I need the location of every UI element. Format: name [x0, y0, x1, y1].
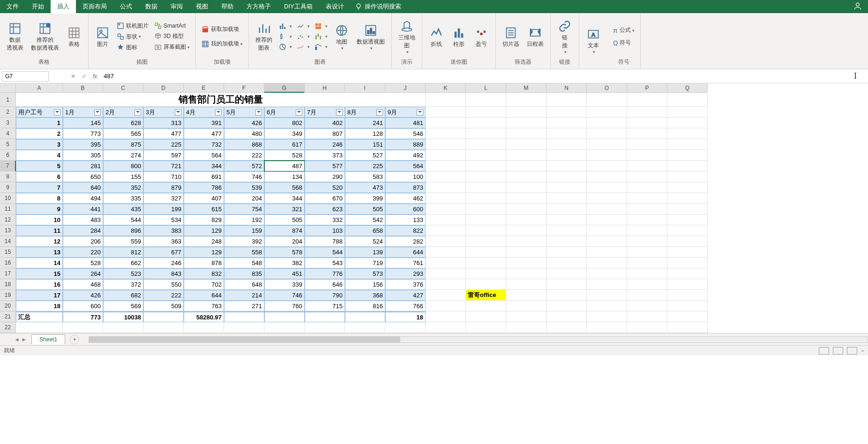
menu-tab-页面布局[interactable]: 页面布局 — [76, 0, 113, 14]
highlight-cell[interactable]: 雷哥office — [466, 290, 506, 301]
table-cell[interactable]: 10 — [16, 215, 63, 225]
empty-cell[interactable] — [546, 236, 587, 247]
table-cell[interactable]: 284 — [63, 225, 103, 236]
account-icon[interactable] — [853, 1, 862, 12]
empty-cell[interactable] — [466, 225, 506, 236]
table-cell[interactable]: 204 — [264, 236, 305, 247]
chart-line-button[interactable] — [295, 22, 312, 31]
empty-cell[interactable] — [587, 225, 627, 236]
empty-cell[interactable] — [546, 193, 587, 204]
view-normal-button[interactable] — [819, 347, 829, 355]
empty-cell[interactable] — [506, 290, 546, 301]
totals-cell[interactable]: 773 — [63, 311, 103, 322]
table-cell[interactable]: 682 — [103, 290, 143, 301]
menu-tab-公式[interactable]: 公式 — [113, 0, 139, 14]
column-header[interactable]: F — [224, 83, 264, 93]
row-header[interactable]: 12 — [0, 215, 16, 225]
pivot-chart-button[interactable]: 数据透视图 — [354, 22, 388, 52]
table-cell[interactable]: 7 — [16, 182, 63, 193]
table-cell[interactable]: 293 — [385, 268, 426, 279]
totals-label-cell[interactable]: 汇总 — [16, 311, 63, 322]
empty-cell[interactable] — [587, 247, 627, 258]
empty-cell[interactable] — [667, 322, 708, 333]
chart-stat-button[interactable] — [277, 32, 294, 41]
table-cell[interactable]: 129 — [184, 225, 224, 236]
empty-cell[interactable] — [103, 322, 143, 333]
table-header-cell[interactable]: 用户工号 — [16, 107, 63, 118]
table-cell[interactable]: 103 — [305, 225, 345, 236]
empty-cell[interactable] — [587, 128, 627, 139]
table-cell[interactable]: 528 — [264, 150, 305, 161]
table-cell[interactable]: 407 — [184, 193, 224, 204]
table-cell[interactable]: 761 — [385, 258, 426, 268]
table-header-cell[interactable]: 3月 — [143, 107, 184, 118]
column-header[interactable]: E — [184, 83, 224, 93]
empty-cell[interactable] — [466, 279, 506, 290]
empty-cell[interactable] — [546, 118, 587, 128]
table-cell[interactable]: 159 — [224, 225, 264, 236]
table-cell[interactable]: 139 — [345, 247, 385, 258]
empty-cell[interactable] — [627, 301, 667, 311]
empty-cell[interactable] — [426, 118, 466, 128]
table-cell[interactable]: 206 — [63, 236, 103, 247]
table-cell[interactable]: 246 — [143, 258, 184, 268]
empty-cell[interactable] — [426, 139, 466, 150]
table-cell[interactable]: 569 — [103, 301, 143, 311]
empty-cell[interactable] — [667, 268, 708, 279]
row-header[interactable]: 16 — [0, 258, 16, 268]
table-cell[interactable]: 145 — [63, 118, 103, 128]
empty-cell[interactable] — [627, 236, 667, 247]
table-cell[interactable]: 473 — [345, 182, 385, 193]
empty-cell[interactable] — [506, 128, 546, 139]
column-header[interactable]: Q — [667, 83, 708, 93]
table-cell[interactable]: 376 — [385, 279, 426, 290]
empty-cell[interactable] — [587, 150, 627, 161]
row-header[interactable]: 18 — [0, 279, 16, 290]
table-cell[interactable]: 573 — [345, 268, 385, 279]
row-header[interactable]: 1 — [0, 93, 16, 107]
row-header[interactable]: 13 — [0, 225, 16, 236]
empty-cell[interactable] — [466, 236, 506, 247]
row-header[interactable]: 6 — [0, 150, 16, 161]
empty-cell[interactable] — [506, 182, 546, 193]
row-header[interactable]: 3 — [0, 118, 16, 128]
confirm-formula-button[interactable]: ✓ — [79, 71, 90, 82]
table-cell[interactable]: 546 — [385, 128, 426, 139]
table-cell[interactable]: 225 — [345, 161, 385, 171]
my-addins-button[interactable]: 我的加载项 — [200, 39, 245, 49]
filter-button[interactable] — [376, 109, 383, 116]
table-cell[interactable]: 100 — [385, 171, 426, 182]
filter-button[interactable] — [54, 109, 60, 116]
menu-tab-开始[interactable]: 开始 — [25, 0, 51, 14]
empty-cell[interactable] — [667, 247, 708, 258]
empty-cell[interactable] — [546, 268, 587, 279]
symbol-button[interactable]: Ω符号 — [611, 38, 636, 48]
table-cell[interactable]: 644 — [184, 290, 224, 301]
totals-cell[interactable] — [224, 311, 264, 322]
menu-tab-文件[interactable]: 文件 — [0, 0, 25, 14]
empty-cell[interactable] — [426, 268, 466, 279]
table-cell[interactable]: 3 — [16, 139, 63, 150]
table-cell[interactable]: 480 — [224, 128, 264, 139]
empty-cell[interactable] — [627, 128, 667, 139]
table-cell[interactable]: 874 — [264, 225, 305, 236]
table-cell[interactable]: 462 — [385, 193, 426, 204]
table-cell[interactable]: 2 — [16, 128, 63, 139]
table-cell[interactable]: 313 — [143, 118, 184, 128]
slicer-button[interactable]: 切片器 — [500, 24, 522, 49]
empty-cell[interactable] — [587, 193, 627, 204]
table-cell[interactable]: 878 — [184, 258, 224, 268]
empty-cell[interactable] — [546, 215, 587, 225]
table-cell[interactable]: 339 — [264, 279, 305, 290]
horizontal-scrollbar[interactable] — [89, 336, 868, 343]
empty-cell[interactable] — [506, 171, 546, 182]
empty-cell[interactable] — [506, 247, 546, 258]
empty-cell[interactable] — [546, 279, 587, 290]
menu-tab-插入[interactable]: 插入 — [51, 0, 76, 14]
table-cell[interactable]: 650 — [63, 171, 103, 182]
get-addins-button[interactable]: 获取加载项 — [200, 24, 245, 34]
empty-cell[interactable] — [546, 93, 587, 107]
empty-cell[interactable] — [426, 258, 466, 268]
empty-cell[interactable] — [546, 107, 587, 118]
empty-cell[interactable] — [587, 139, 627, 150]
